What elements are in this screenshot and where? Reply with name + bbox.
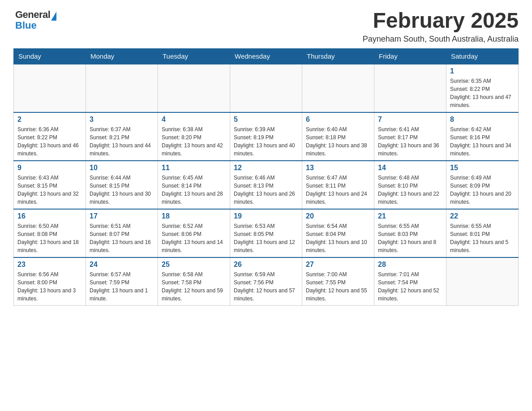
weekday-header-saturday: Saturday bbox=[446, 48, 519, 64]
calendar-cell: 27Sunrise: 7:00 AMSunset: 7:55 PMDayligh… bbox=[302, 257, 374, 306]
day-number: 5 bbox=[234, 116, 298, 124]
day-info: Sunrise: 6:56 AMSunset: 8:00 PMDaylight:… bbox=[17, 270, 82, 303]
day-info: Sunrise: 6:40 AMSunset: 8:18 PMDaylight:… bbox=[306, 125, 370, 158]
calendar-cell bbox=[302, 64, 374, 112]
day-number: 11 bbox=[162, 164, 226, 172]
weekday-header-tuesday: Tuesday bbox=[158, 48, 230, 64]
day-info: Sunrise: 6:49 AMSunset: 8:09 PMDaylight:… bbox=[450, 174, 515, 206]
logo-general-text: General bbox=[15, 9, 50, 21]
calendar-cell: 3Sunrise: 6:37 AMSunset: 8:21 PMDaylight… bbox=[86, 112, 158, 161]
weekday-header-monday: Monday bbox=[86, 48, 158, 64]
day-number: 24 bbox=[90, 261, 154, 269]
calendar-week-row: 2Sunrise: 6:36 AMSunset: 8:22 PMDaylight… bbox=[14, 112, 519, 161]
day-info: Sunrise: 6:46 AMSunset: 8:13 PMDaylight:… bbox=[234, 174, 298, 206]
day-info: Sunrise: 6:54 AMSunset: 8:04 PMDaylight:… bbox=[306, 222, 370, 254]
day-number: 17 bbox=[90, 212, 154, 220]
day-number: 14 bbox=[378, 164, 442, 172]
day-number: 21 bbox=[378, 212, 442, 220]
logo: General Blue bbox=[13, 9, 56, 31]
calendar-table: SundayMondayTuesdayWednesdayThursdayFrid… bbox=[13, 48, 519, 306]
day-info: Sunrise: 6:45 AMSunset: 8:14 PMDaylight:… bbox=[162, 174, 226, 206]
day-number: 13 bbox=[306, 164, 370, 172]
day-info: Sunrise: 6:35 AMSunset: 8:22 PMDaylight:… bbox=[450, 77, 515, 109]
day-number: 20 bbox=[306, 212, 370, 220]
calendar-cell: 14Sunrise: 6:48 AMSunset: 8:10 PMDayligh… bbox=[374, 161, 446, 209]
calendar-cell: 19Sunrise: 6:53 AMSunset: 8:05 PMDayligh… bbox=[230, 209, 302, 257]
day-number: 27 bbox=[306, 261, 370, 269]
day-number: 25 bbox=[162, 261, 226, 269]
calendar-week-row: 23Sunrise: 6:56 AMSunset: 8:00 PMDayligh… bbox=[14, 257, 519, 306]
calendar-cell: 1Sunrise: 6:35 AMSunset: 8:22 PMDaylight… bbox=[446, 64, 519, 112]
day-number: 15 bbox=[450, 164, 515, 172]
calendar-cell: 25Sunrise: 6:58 AMSunset: 7:58 PMDayligh… bbox=[158, 257, 230, 306]
calendar-cell: 8Sunrise: 6:42 AMSunset: 8:16 PMDaylight… bbox=[446, 112, 519, 161]
calendar-cell: 5Sunrise: 6:39 AMSunset: 8:19 PMDaylight… bbox=[230, 112, 302, 161]
weekday-header-thursday: Thursday bbox=[302, 48, 374, 64]
logo-blue-text: Blue bbox=[15, 20, 56, 31]
calendar-cell: 4Sunrise: 6:38 AMSunset: 8:20 PMDaylight… bbox=[158, 112, 230, 161]
day-number: 26 bbox=[234, 261, 298, 269]
calendar-cell bbox=[374, 64, 446, 112]
calendar-cell: 28Sunrise: 7:01 AMSunset: 7:54 PMDayligh… bbox=[374, 257, 446, 306]
calendar-cell bbox=[230, 64, 302, 112]
day-info: Sunrise: 6:44 AMSunset: 8:15 PMDaylight:… bbox=[90, 174, 154, 206]
day-info: Sunrise: 6:50 AMSunset: 8:08 PMDaylight:… bbox=[17, 222, 82, 254]
page-header: General Blue February 2025 Payneham Sout… bbox=[13, 9, 519, 44]
page-subtitle: Payneham South, South Australia, Austral… bbox=[363, 34, 519, 44]
day-number: 18 bbox=[162, 212, 226, 220]
calendar-header-row: SundayMondayTuesdayWednesdayThursdayFrid… bbox=[14, 48, 519, 64]
day-info: Sunrise: 6:53 AMSunset: 8:05 PMDaylight:… bbox=[234, 222, 298, 254]
calendar-cell: 23Sunrise: 6:56 AMSunset: 8:00 PMDayligh… bbox=[14, 257, 86, 306]
day-info: Sunrise: 6:39 AMSunset: 8:19 PMDaylight:… bbox=[234, 125, 298, 158]
calendar-cell: 2Sunrise: 6:36 AMSunset: 8:22 PMDaylight… bbox=[14, 112, 86, 161]
day-number: 10 bbox=[90, 164, 154, 172]
day-number: 22 bbox=[450, 212, 515, 220]
day-info: Sunrise: 6:58 AMSunset: 7:58 PMDaylight:… bbox=[162, 270, 226, 303]
day-number: 8 bbox=[450, 116, 515, 124]
day-info: Sunrise: 6:52 AMSunset: 8:06 PMDaylight:… bbox=[162, 222, 226, 254]
calendar-cell: 24Sunrise: 6:57 AMSunset: 7:59 PMDayligh… bbox=[86, 257, 158, 306]
day-number: 16 bbox=[17, 212, 82, 220]
calendar-cell: 18Sunrise: 6:52 AMSunset: 8:06 PMDayligh… bbox=[158, 209, 230, 257]
calendar-week-row: 9Sunrise: 6:43 AMSunset: 8:15 PMDaylight… bbox=[14, 161, 519, 209]
day-number: 1 bbox=[450, 67, 515, 75]
calendar-cell: 12Sunrise: 6:46 AMSunset: 8:13 PMDayligh… bbox=[230, 161, 302, 209]
calendar-week-row: 1Sunrise: 6:35 AMSunset: 8:22 PMDaylight… bbox=[14, 64, 519, 112]
calendar-cell: 6Sunrise: 6:40 AMSunset: 8:18 PMDaylight… bbox=[302, 112, 374, 161]
calendar-cell: 13Sunrise: 6:47 AMSunset: 8:11 PMDayligh… bbox=[302, 161, 374, 209]
day-info: Sunrise: 6:57 AMSunset: 7:59 PMDaylight:… bbox=[90, 270, 154, 303]
day-info: Sunrise: 6:47 AMSunset: 8:11 PMDaylight:… bbox=[306, 174, 370, 206]
day-number: 3 bbox=[90, 116, 154, 124]
day-number: 4 bbox=[162, 116, 226, 124]
day-number: 7 bbox=[378, 116, 442, 124]
day-info: Sunrise: 6:51 AMSunset: 8:07 PMDaylight:… bbox=[90, 222, 154, 254]
weekday-header-wednesday: Wednesday bbox=[230, 48, 302, 64]
calendar-cell bbox=[446, 257, 519, 306]
day-number: 23 bbox=[17, 261, 82, 269]
calendar-cell: 15Sunrise: 6:49 AMSunset: 8:09 PMDayligh… bbox=[446, 161, 519, 209]
title-section: February 2025 Payneham South, South Aust… bbox=[363, 9, 519, 44]
day-number: 9 bbox=[17, 164, 82, 172]
day-info: Sunrise: 6:36 AMSunset: 8:22 PMDaylight:… bbox=[17, 125, 82, 158]
calendar-cell: 20Sunrise: 6:54 AMSunset: 8:04 PMDayligh… bbox=[302, 209, 374, 257]
calendar-cell: 16Sunrise: 6:50 AMSunset: 8:08 PMDayligh… bbox=[14, 209, 86, 257]
day-number: 12 bbox=[234, 164, 298, 172]
calendar-cell: 26Sunrise: 6:59 AMSunset: 7:56 PMDayligh… bbox=[230, 257, 302, 306]
calendar-cell: 22Sunrise: 6:55 AMSunset: 8:01 PMDayligh… bbox=[446, 209, 519, 257]
day-info: Sunrise: 6:55 AMSunset: 8:01 PMDaylight:… bbox=[450, 222, 515, 254]
day-info: Sunrise: 6:55 AMSunset: 8:03 PMDaylight:… bbox=[378, 222, 442, 254]
calendar-cell: 11Sunrise: 6:45 AMSunset: 8:14 PMDayligh… bbox=[158, 161, 230, 209]
day-info: Sunrise: 6:48 AMSunset: 8:10 PMDaylight:… bbox=[378, 174, 442, 206]
day-number: 28 bbox=[378, 261, 442, 269]
calendar-cell bbox=[158, 64, 230, 112]
day-info: Sunrise: 6:43 AMSunset: 8:15 PMDaylight:… bbox=[17, 174, 82, 206]
calendar-cell bbox=[86, 64, 158, 112]
page-title: February 2025 bbox=[363, 9, 519, 33]
day-info: Sunrise: 6:38 AMSunset: 8:20 PMDaylight:… bbox=[162, 125, 226, 158]
day-info: Sunrise: 7:01 AMSunset: 7:54 PMDaylight:… bbox=[378, 270, 442, 303]
calendar-cell: 10Sunrise: 6:44 AMSunset: 8:15 PMDayligh… bbox=[86, 161, 158, 209]
weekday-header-sunday: Sunday bbox=[14, 48, 86, 64]
calendar-week-row: 16Sunrise: 6:50 AMSunset: 8:08 PMDayligh… bbox=[14, 209, 519, 257]
day-info: Sunrise: 6:59 AMSunset: 7:56 PMDaylight:… bbox=[234, 270, 298, 303]
day-number: 6 bbox=[306, 116, 370, 124]
